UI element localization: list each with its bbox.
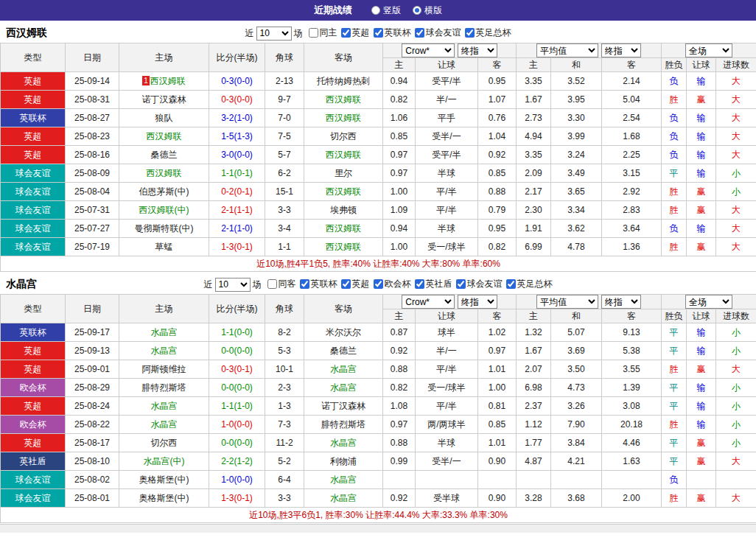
col-asian: 让球 (687, 58, 716, 72)
col-score: 比分(半场) (209, 43, 265, 72)
filter-bar: 近 10 场 同主英超英联杯球会友谊英足总杯 (245, 27, 511, 41)
result-handicap: 赢 (687, 91, 716, 109)
col-odds-home: 主 (383, 58, 416, 72)
checkbox-input[interactable] (415, 28, 424, 38)
corner-count: 3-3 (265, 489, 304, 508)
away-team-name: 腓特烈斯塔 (321, 419, 365, 430)
home-team-name: 桑德兰 (151, 150, 178, 160)
away-team-name: 水晶宫 (330, 474, 357, 485)
score-halftime: 0-0(0-0) (209, 342, 265, 360)
avg-odds-home (517, 471, 551, 489)
checkbox-input[interactable] (341, 279, 351, 289)
avg-odds-home: 2.37 (517, 397, 551, 416)
away-team-name: 西汉姆联 (326, 186, 361, 197)
checkbox-input[interactable] (465, 28, 475, 38)
filter-checkbox[interactable]: 英超 (341, 278, 370, 290)
average-odds-header: 平均值 终指 (517, 43, 662, 58)
team-name: 西汉姆联 (6, 27, 47, 40)
average-select[interactable]: 平均值 (536, 43, 598, 57)
checkbox-input[interactable] (267, 279, 277, 289)
match-row: 英联杯25-09-17水晶宫1-1(0-0)8-2米尔沃尔0.87球半1.021… (1, 323, 756, 342)
checkbox-input[interactable] (415, 279, 424, 289)
bookmaker-select[interactable]: Crow* (402, 43, 455, 57)
odds-home: 0.92 (383, 342, 416, 360)
home-team-name: 西汉姆联 (150, 76, 186, 86)
home-team-name: 狼队 (155, 113, 173, 123)
odds-handicap: 受一/球半 (416, 379, 478, 397)
result-goals (716, 471, 756, 489)
full-match-select[interactable]: 全场 (685, 295, 732, 309)
filter-checkbox[interactable]: 英联杯 (374, 27, 411, 39)
page-title: 近期战绩 (314, 4, 352, 17)
away-team-name: 诺丁汉森林 (321, 401, 365, 411)
final-odds-select[interactable]: 终指 (601, 295, 641, 309)
radio-unselected-icon (371, 6, 380, 15)
full-match-select[interactable]: 全场 (685, 43, 732, 57)
match-count-select[interactable]: 10 (256, 27, 292, 41)
checkbox-input[interactable] (374, 279, 383, 289)
score-halftime: 2-2(1-2) (209, 452, 265, 471)
filter-checkbox[interactable]: 欧会杯 (374, 278, 411, 290)
home-team-cell: 切尔西 (119, 434, 209, 452)
score-halftime: 2-1(1-1) (209, 201, 265, 220)
avg-odds-home: 6.99 (517, 238, 551, 256)
col-avg-home: 主 (517, 309, 551, 323)
result-handicap: 输 (687, 323, 716, 342)
league-type-badge: 英超 (1, 360, 66, 379)
checkbox-input[interactable] (341, 28, 351, 38)
avg-odds-home: 1.77 (517, 434, 551, 452)
final-odds-select[interactable]: 终指 (601, 43, 641, 57)
checkbox-input[interactable] (506, 279, 516, 289)
bookmaker-select[interactable]: Crow* (402, 295, 455, 309)
home-team-cell: 诺丁汉森林 (119, 91, 209, 109)
final-odds-select[interactable]: 终指 (458, 43, 497, 57)
result-goals: 大 (716, 201, 756, 220)
result-winloss: 胜 (662, 416, 687, 434)
filter-checkbox[interactable]: 英足总杯 (506, 278, 553, 290)
checkbox-input[interactable] (374, 28, 383, 38)
checkbox-input[interactable] (309, 28, 318, 38)
home-team-name: 西汉姆联 (147, 131, 182, 141)
result-winloss: 平 (662, 323, 687, 342)
match-count-select[interactable]: 10 (215, 278, 251, 292)
radio-horizontal-label: 横版 (424, 4, 442, 17)
checkbox-input[interactable] (456, 279, 466, 289)
checkbox-input[interactable] (300, 279, 309, 289)
filter-checkbox[interactable]: 同主 (309, 27, 337, 39)
match-date: 25-08-09 (66, 164, 119, 183)
match-row: 球会友谊25-08-01奥格斯堡(中)1-3(0-1)3-3水晶宫0.92受半球… (1, 489, 756, 508)
away-team-name: 西汉姆联 (326, 242, 361, 252)
odds-away: 0.79 (478, 201, 517, 220)
filter-checkbox[interactable]: 英联杯 (300, 278, 337, 290)
filter-checkbox[interactable]: 同客 (267, 278, 296, 290)
avg-odds-away: 2.83 (602, 201, 662, 220)
avg-odds-away: 5.38 (602, 342, 662, 360)
odds-home: 0.85 (383, 127, 416, 146)
result-goals: 小 (716, 183, 756, 201)
result-winloss: 负 (662, 146, 687, 164)
result-winloss: 胜 (662, 360, 687, 379)
filter-checkbox[interactable]: 球会友谊 (456, 278, 503, 290)
odds-home: 0.94 (383, 220, 416, 238)
average-select[interactable]: 平均值 (536, 295, 598, 309)
checkbox-label: 英超 (352, 278, 370, 290)
avg-odds-home: 3.35 (517, 146, 551, 164)
filter-checkbox[interactable]: 英社盾 (415, 278, 452, 290)
final-odds-select[interactable]: 终指 (458, 295, 497, 309)
corner-count: 6-2 (265, 164, 304, 183)
filter-checkbox[interactable]: 英超 (341, 27, 370, 39)
average-odds-header: 平均值 终指 (517, 295, 662, 309)
avg-odds-away: 3.08 (602, 397, 662, 416)
avg-odds-draw: 5.07 (551, 323, 602, 342)
match-row: 球会友谊25-07-19草蜢1-3(0-1)1-1西汉姆联1.00受一/球半0.… (1, 238, 756, 256)
result-handicap: 赢 (687, 434, 716, 452)
radio-horizontal-layout[interactable]: 横版 (413, 4, 442, 17)
filter-checkbox[interactable]: 英足总杯 (465, 27, 511, 39)
home-team-name: 腓特烈斯塔 (142, 382, 186, 393)
odds-away: 0.82 (478, 238, 517, 256)
radio-vertical-layout[interactable]: 竖版 (371, 4, 401, 17)
checkbox-label: 英社盾 (426, 278, 452, 290)
away-team-cell: 托特纳姆热刺 (304, 72, 383, 91)
league-type-badge: 英超 (1, 434, 66, 452)
filter-checkbox[interactable]: 球会友谊 (415, 27, 461, 39)
